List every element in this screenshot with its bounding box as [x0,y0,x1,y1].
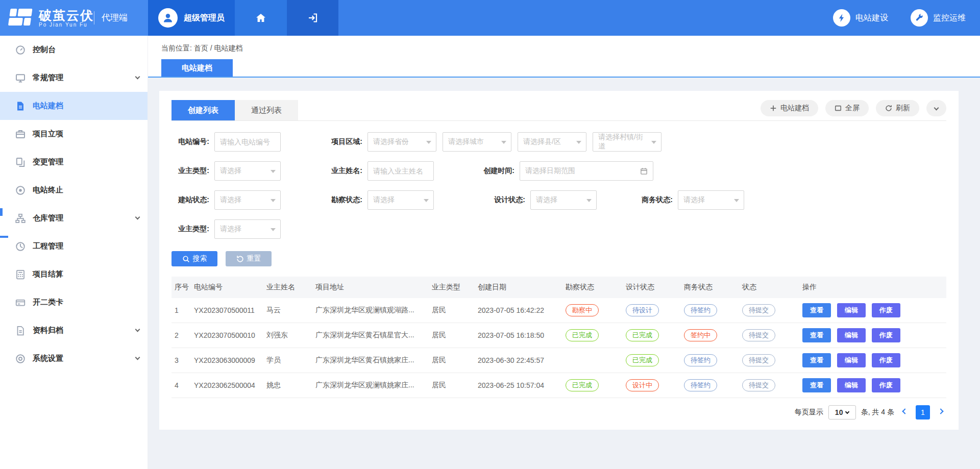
sidebar-item-engineering-mgmt[interactable]: 工程管理 [0,232,148,260]
design-status-select[interactable]: 请选择 [530,190,597,210]
search-button[interactable]: 搜索 [172,251,217,266]
sidebar-item-system-settings[interactable]: 系统设置 [0,344,148,373]
cell-owner: 学员 [263,356,312,365]
settings-icon [15,354,26,364]
sidebar-item-station-archive[interactable]: 电站建档 [0,92,148,120]
card-icon [15,298,26,308]
create-station-button[interactable]: 电站建档 [761,100,818,116]
page-number-button[interactable]: 1 [916,405,930,419]
village-select[interactable]: 请选择村镇/街道 [593,132,662,152]
nav-station-build[interactable]: 电站建设 [833,9,888,27]
sidebar-item-console[interactable]: 控制台 [0,36,148,64]
view-button[interactable]: 查看 [802,353,831,367]
status-badge: 待提交 [742,329,775,341]
breadcrumb-home-link[interactable]: 首页 [194,44,208,52]
sidebar-item-warehouse-mgmt[interactable]: 仓库管理 [0,204,148,232]
cell-address: 广东深圳龙华区黄石镇姚家庄... [312,356,429,365]
main-area: 当前位置: 首页 / 电站建档 电站建档 创建列表 通过列表 [148,36,980,469]
scroll-indicator[interactable] [0,236,8,238]
void-button[interactable]: 作废 [872,378,900,392]
list-card: 创建列表 通过列表 电站建档 全屏 刷新 [159,91,959,430]
sidebar-item-type2-card[interactable]: 开二类卡 [0,288,148,316]
nav-monitor-ops[interactable]: 监控运维 [911,9,966,27]
cell-address: 广东深圳龙华区黄石镇星官大... [312,331,429,340]
business-status-select[interactable]: 请选择 [678,190,744,210]
briefcase-icon [15,129,26,139]
calendar-icon [640,167,648,175]
void-button[interactable]: 作废 [872,353,900,367]
owner-type2-select[interactable]: 请选择 [214,219,281,239]
owner-name-input[interactable] [368,161,434,181]
sidebar-item-station-termination[interactable]: 电站终止 [0,176,148,204]
next-page-button[interactable] [935,407,946,418]
survey-status-select[interactable]: 请选择 [368,190,434,210]
per-page-select[interactable]: 10 [828,405,856,419]
county-select[interactable]: 请选择县/区 [518,132,586,152]
view-button[interactable]: 查看 [802,378,831,392]
sidebar-item-label: 电站终止 [33,185,139,195]
cell-code: YX2023063000009 [191,356,263,364]
sidebar-item-change-mgmt[interactable]: 变更管理 [0,148,148,176]
create-station-label: 电站建档 [780,104,809,113]
edit-button[interactable]: 编辑 [837,353,866,367]
archive-icon [15,326,26,336]
chevron-down-icon [135,75,140,80]
edit-button[interactable]: 编辑 [837,328,866,342]
monitor-icon [15,73,26,83]
sidebar-item-general-mgmt[interactable]: 常规管理 [0,64,148,92]
table-row: 3 YX2023063000009 学员 广东深圳龙华区黄石镇姚家庄... 居民… [172,348,946,373]
chevron-right-icon [938,408,943,414]
collapse-toolbar-button[interactable] [926,100,946,116]
calculator-icon [15,269,26,280]
refresh-button[interactable]: 刷新 [876,100,919,116]
date-range-input[interactable]: 请选择日期范围 [520,161,653,181]
chevron-down-icon [135,215,140,220]
cell-created: 2023-07-05 16:18:50 [475,331,562,339]
build-status-select[interactable]: 请选择 [214,190,281,210]
station-code-input[interactable] [214,132,281,152]
void-button[interactable]: 作废 [872,328,900,342]
owner-name-label: 业主姓名: [325,166,362,176]
prev-page-button[interactable] [899,407,911,418]
user-name: 超级管理员 [184,13,225,23]
header-nav: 电站建设 监控运维 [833,0,980,36]
col-header-owner: 业主姓名 [263,283,312,292]
logout-button[interactable] [287,0,338,36]
cell-index: 2 [172,331,191,339]
sidebar-item-label: 仓库管理 [33,213,136,223]
reset-button[interactable]: 重置 [226,251,272,266]
status-badge: 待提交 [742,304,775,316]
chevron-down-icon [135,327,140,332]
tab-passed-list[interactable]: 通过列表 [235,100,298,120]
edit-button[interactable]: 编辑 [837,378,866,392]
sidebar-item-label: 工程管理 [33,241,139,251]
status-badge: 待签约 [684,354,717,366]
city-select[interactable]: 请选择城市 [443,132,511,152]
sidebar-item-project-settlement[interactable]: 项目结算 [0,260,148,288]
edit-button[interactable]: 编辑 [837,303,866,317]
view-button[interactable]: 查看 [802,328,831,342]
fullscreen-button[interactable]: 全屏 [825,100,869,116]
tab-create-list[interactable]: 创建列表 [172,100,235,120]
void-button[interactable]: 作废 [872,303,900,317]
sidebar-item-label: 资料归档 [33,326,136,335]
province-select[interactable]: 请选择省份 [368,132,436,152]
file-icon [15,101,26,111]
scroll-indicator[interactable] [0,208,3,216]
owner-type-select[interactable]: 请选择 [214,161,281,181]
status-badge: 签约中 [684,329,717,341]
sidebar-item-data-archive[interactable]: 资料归档 [0,316,148,344]
view-button[interactable]: 查看 [802,303,831,317]
user-menu[interactable]: 超级管理员 [148,0,235,36]
cell-code: YX2023070500011 [191,306,263,314]
home-button[interactable] [235,0,287,36]
nav-station-build-label: 电站建设 [855,13,888,23]
page-tab-station-archive[interactable]: 电站建档 [161,59,233,77]
logo: 破茧云伏 Po Jian Yun Fu 代理端 [0,0,148,36]
cell-created: 2023-06-25 10:57:04 [475,381,562,389]
caret-down-icon [271,228,276,231]
sidebar-item-project-initiation[interactable]: 项目立项 [0,120,148,148]
status-badge: 已完成 [626,354,659,366]
app: 破茧云伏 Po Jian Yun Fu 代理端 超级管理员 [0,0,980,469]
owner-type-label: 业主类型: [172,166,209,176]
